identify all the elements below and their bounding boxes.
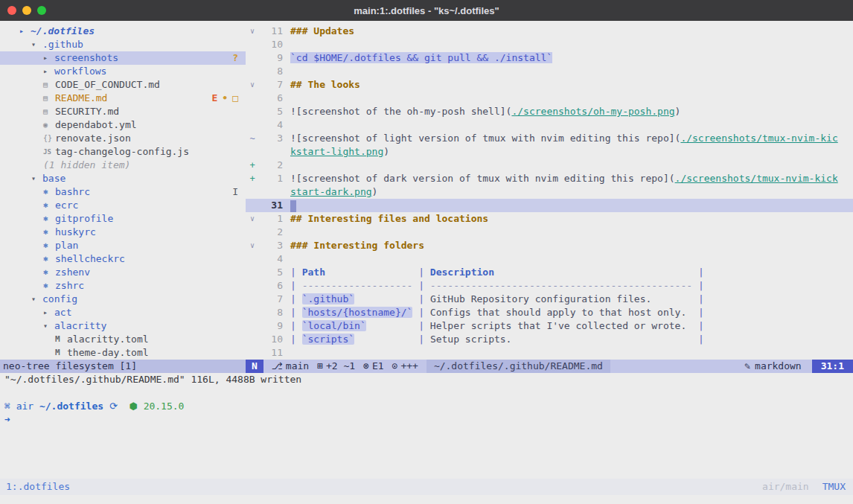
editor-statusline: N⎇main⊞+2 ~1⊗E1⊙+++~/.dotfiles/.github/R…: [246, 360, 853, 373]
sidebar-item-alacritty-toml[interactable]: Malacritty.toml: [0, 333, 246, 346]
editor-line[interactable]: 10: [246, 38, 853, 51]
sidebar-item-base[interactable]: ▾base: [0, 172, 246, 185]
item-label: ~/.dotfiles: [31, 25, 95, 38]
sidebar-item-security-md[interactable]: ▤SECURITY.md: [0, 105, 246, 118]
sidebar-item-theme-day-toml[interactable]: Mtheme-day.toml: [0, 346, 246, 360]
sidebar-item-gitprofile[interactable]: ✱gitprofile: [0, 212, 246, 226]
minimize-window-button[interactable]: [22, 6, 31, 15]
zoom-window-button[interactable]: [37, 6, 46, 15]
tmux-statusbar: 1:.dotfiles air/main TMUX: [0, 479, 853, 495]
close-window-button[interactable]: [7, 6, 16, 15]
item-label: huskyrc: [55, 226, 96, 239]
editor-line[interactable]: 5![screenshot of the oh-my-posh shell](.…: [246, 105, 853, 118]
sidebar-item-renovate-json[interactable]: {}renovate.json: [0, 132, 246, 145]
sidebar-item-plan[interactable]: ✱plan: [0, 239, 246, 252]
markdown-link[interactable]: kstart-light.png: [290, 146, 383, 157]
editor-line[interactable]: 9`cd $HOME/.dotfiles && git pull && ./in…: [246, 51, 853, 65]
text-segment: ![screenshot of light version of tmux wi…: [290, 133, 680, 144]
command-line-message: "~/.dotfiles/.github/README.md" 116L, 44…: [0, 373, 853, 386]
sidebar-item-readme-md[interactable]: ▤README.mdE•□: [0, 92, 246, 105]
sidebar-item-bashrc[interactable]: ✱bashrcI: [0, 185, 246, 199]
editor-line[interactable]: 4: [246, 118, 853, 132]
editor-line[interactable]: start-dark.png): [246, 185, 853, 199]
editor-line[interactable]: ∨1## Interesting files and locations: [246, 212, 853, 226]
line-number: 6: [259, 279, 283, 293]
tmux-window-tab[interactable]: 1:.dotfiles: [0, 480, 70, 494]
editor-line[interactable]: 5| Path | Description |: [246, 266, 853, 279]
editor-line[interactable]: 8| `hosts/{hostname}/` | Configs that sh…: [246, 306, 853, 319]
statusline-segment: ⊙+++: [392, 360, 418, 373]
line-content: | `scripts` | Setup scripts. |: [290, 333, 704, 346]
editor-line[interactable]: ∨7## The looks: [246, 78, 853, 92]
gutter-gap: [283, 319, 290, 333]
editor-line[interactable]: 7| `.github` | GitHub Repository configu…: [246, 293, 853, 306]
gutter-gap: [283, 92, 290, 105]
editor-line[interactable]: ∨3### Interesting folders: [246, 239, 853, 252]
titlebar: main:1:.dotfiles - "ks~/.dotfiles": [0, 0, 853, 21]
sidebar-item-alacritty[interactable]: ▾alacritty: [0, 319, 246, 333]
item-label: renovate.json: [55, 132, 131, 145]
file-icon: ✱: [43, 252, 55, 266]
pencil-icon: ✎: [744, 360, 750, 371]
file-icon: ✱: [43, 279, 55, 293]
item-label: README.md: [55, 92, 107, 105]
sidebar-item-ecrc[interactable]: ✱ecrc: [0, 199, 246, 212]
sidebar-item-dependabot-yml[interactable]: ◉dependabot.yml: [0, 118, 246, 132]
editor-line[interactable]: 8: [246, 65, 853, 78]
sidebar-item-zshrc[interactable]: ✱zshrc: [0, 279, 246, 293]
sidebar-item-shellcheckrc[interactable]: ✱shellcheckrc: [0, 252, 246, 266]
sidebar-item-act[interactable]: ▸act: [0, 306, 246, 319]
editor-line[interactable]: ~3![screenshot of light version of tmux …: [246, 132, 853, 145]
text-segment: `scripts`: [302, 334, 354, 345]
fold-column: [246, 252, 259, 266]
text-segment: |: [412, 320, 429, 331]
line-content: | ------------------- | ----------------…: [290, 279, 704, 293]
fold-open-icon: ∨: [246, 212, 259, 226]
editor-line[interactable]: 9| `local/bin` | Helper scripts that I'v…: [246, 319, 853, 333]
sidebar-item-zshenv[interactable]: ✱zshenv: [0, 266, 246, 279]
line-number: 7: [259, 293, 283, 306]
editor-line[interactable]: 31: [246, 199, 853, 212]
item-label: ecrc: [55, 199, 78, 212]
statusline-segment-label: main: [286, 360, 309, 371]
sync-icon: ⟳: [109, 401, 118, 412]
editor-line[interactable]: 6: [246, 92, 853, 105]
markdown-link[interactable]: ./screenshots/tmux-nvim-kic: [680, 133, 837, 144]
markdown-link[interactable]: ./screenshots/oh-my-posh.png: [511, 106, 674, 117]
editor-line[interactable]: 6| ------------------- | ---------------…: [246, 279, 853, 293]
sidebar-item-workflows[interactable]: ▸workflows: [0, 65, 246, 78]
sidebar-item-screenshots[interactable]: ▸screenshots?: [0, 51, 246, 65]
line-number: 9: [259, 319, 283, 333]
file-icon: ✱: [43, 212, 55, 226]
fold-open-icon: ∨: [246, 25, 259, 38]
editor-line[interactable]: ∨11### Updates: [246, 25, 853, 38]
editor-line[interactable]: 2: [246, 226, 853, 239]
line-content: ### Interesting folders: [290, 239, 424, 252]
line-number: 31: [259, 199, 283, 212]
text-segment: |: [290, 334, 302, 345]
editor-line[interactable]: 4: [246, 252, 853, 266]
editor-line[interactable]: kstart-light.png): [246, 145, 853, 159]
editor-line[interactable]: +1![screenshot of dark version of tmux w…: [246, 172, 853, 185]
sidebar-item-dotfiles[interactable]: ▸~/.dotfiles: [0, 25, 246, 38]
sidebar-item-config[interactable]: ▾config: [0, 293, 246, 306]
gutter-gap: [283, 118, 290, 132]
sidebar-item-huskyrc[interactable]: ✱huskyrc: [0, 226, 246, 239]
item-label: act: [54, 306, 71, 319]
sidebar-item-tag-changelog-config-js[interactable]: JStag-changelog-config.js: [0, 145, 246, 159]
line-content: ![screenshot of the oh-my-posh shell](./…: [290, 105, 680, 118]
item-label: zshenv: [55, 266, 90, 279]
sidebar-item-1-hidden-item[interactable]: (1 hidden item): [0, 159, 246, 172]
text-segment: `.github`: [302, 293, 354, 304]
markdown-link[interactable]: start-dark.png: [290, 186, 372, 197]
sidebar-item-code-of-conduct-md[interactable]: ▤CODE_OF_CONDUCT.md: [0, 78, 246, 92]
sidebar-item-github[interactable]: ▾.github: [0, 38, 246, 51]
editor-line[interactable]: 10| `scripts` | Setup scripts. |: [246, 333, 853, 346]
file-icon: ✱: [43, 226, 55, 239]
text-cursor: [290, 200, 296, 212]
editor-line[interactable]: +2: [246, 159, 853, 172]
text-segment: ![screenshot of the oh-my-posh shell](: [290, 106, 511, 117]
markdown-link[interactable]: ./screenshots/tmux-nvim-kick: [675, 173, 838, 184]
editor-line[interactable]: 11: [246, 346, 853, 360]
statusline-segment-label: +++: [400, 360, 418, 371]
